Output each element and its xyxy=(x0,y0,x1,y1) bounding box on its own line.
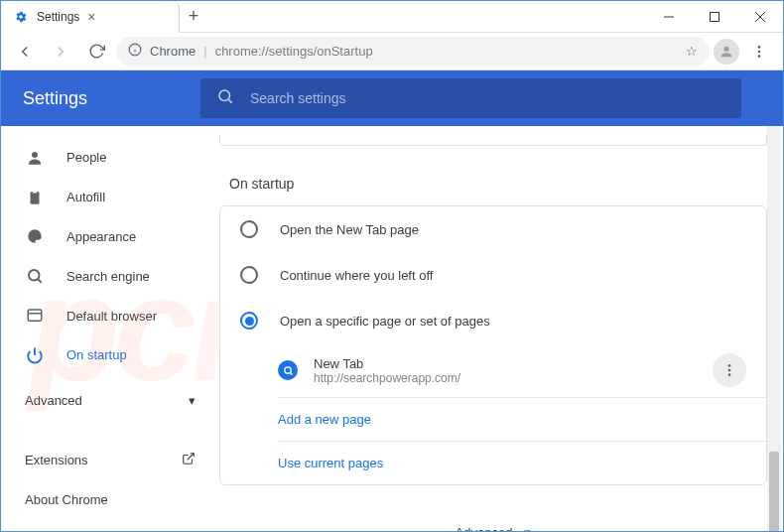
sidebar-extensions[interactable]: Extensions xyxy=(1,440,219,479)
sidebar-item-label: People xyxy=(66,150,106,165)
sidebar-item-people[interactable]: People xyxy=(1,138,219,178)
svg-rect-1 xyxy=(711,12,719,21)
vertical-scrollbar-track[interactable] xyxy=(767,126,781,531)
chevron-down-icon: ▾ xyxy=(524,525,531,531)
new-tab-button[interactable]: + xyxy=(180,6,207,27)
svg-rect-14 xyxy=(31,192,40,204)
sidebar-item-default-browser[interactable]: Default browser xyxy=(1,296,219,335)
close-tab-icon[interactable]: × xyxy=(87,9,95,25)
menu-button[interactable] xyxy=(743,36,775,67)
browser-tab[interactable]: Settings × xyxy=(1,1,180,33)
search-icon xyxy=(216,87,234,109)
previous-card-edge xyxy=(219,134,767,146)
svg-line-21 xyxy=(188,454,194,460)
external-link-icon xyxy=(182,452,196,468)
sidebar: People Autofill Appearance Search engine… xyxy=(1,126,219,531)
svg-point-16 xyxy=(29,270,40,281)
svg-point-8 xyxy=(758,46,761,49)
sidebar-item-appearance[interactable]: Appearance xyxy=(1,217,219,257)
svg-point-26 xyxy=(728,373,731,376)
forward-button[interactable] xyxy=(45,36,76,67)
page-title: Settings xyxy=(23,88,87,109)
page-favicon-icon xyxy=(278,360,298,380)
reload-button[interactable] xyxy=(80,36,112,67)
radio-continue[interactable]: Continue where you left off xyxy=(220,252,766,298)
add-new-page-link[interactable]: Add a new page xyxy=(220,398,766,441)
browser-toolbar: Chrome | chrome://settings/onStartup ☆ xyxy=(1,33,783,70)
settings-header: Settings xyxy=(1,70,783,126)
profile-avatar[interactable] xyxy=(714,39,739,65)
chevron-down-icon: ▾ xyxy=(189,393,196,408)
settings-search[interactable] xyxy=(200,78,741,118)
sidebar-item-search-engine[interactable]: Search engine xyxy=(1,256,219,296)
tab-title: Settings xyxy=(37,10,79,24)
svg-point-13 xyxy=(32,152,38,158)
palette-icon xyxy=(25,226,45,246)
section-title: On startup xyxy=(229,176,767,192)
omni-url: chrome://settings/onStartup xyxy=(215,44,373,59)
page-url: http://searchpowerapp.com/ xyxy=(314,371,697,385)
sidebar-item-on-startup[interactable]: On startup xyxy=(1,335,219,375)
svg-line-12 xyxy=(228,99,231,102)
svg-rect-15 xyxy=(33,190,38,193)
sidebar-item-label: Default browser xyxy=(66,309,157,324)
titlebar: Settings × + xyxy=(1,1,783,33)
minimize-button[interactable] xyxy=(646,1,692,33)
advanced-footer-toggle[interactable]: Advanced ▾ xyxy=(219,525,767,531)
radio-icon xyxy=(240,220,258,238)
sidebar-about-chrome[interactable]: About Chrome xyxy=(1,479,219,519)
address-bar[interactable]: Chrome | chrome://settings/onStartup ☆ xyxy=(116,37,710,66)
search-input[interactable] xyxy=(250,90,725,106)
radio-icon xyxy=(240,266,258,284)
svg-rect-18 xyxy=(28,310,42,321)
back-button[interactable] xyxy=(9,36,41,67)
sidebar-item-autofill[interactable]: Autofill xyxy=(1,178,219,217)
svg-line-17 xyxy=(38,280,41,283)
person-icon xyxy=(25,148,45,168)
gear-icon xyxy=(13,9,29,25)
radio-icon-checked xyxy=(240,312,258,330)
svg-point-9 xyxy=(758,50,761,53)
svg-point-11 xyxy=(219,90,230,101)
content-area: On startup Open the New Tab page Continu… xyxy=(219,126,783,531)
power-icon xyxy=(25,345,45,365)
omni-prefix: Chrome xyxy=(150,44,196,59)
svg-point-7 xyxy=(723,46,728,51)
sidebar-item-label: Search engine xyxy=(66,269,150,284)
use-current-pages-link[interactable]: Use current pages xyxy=(220,442,766,484)
sidebar-item-label: Appearance xyxy=(66,229,136,244)
radio-open-new-tab[interactable]: Open the New Tab page xyxy=(220,206,766,252)
close-window-button[interactable] xyxy=(737,1,783,33)
svg-point-22 xyxy=(284,366,290,372)
maximize-button[interactable] xyxy=(692,1,737,33)
page-more-button[interactable] xyxy=(713,353,746,387)
svg-point-25 xyxy=(728,369,731,372)
svg-point-10 xyxy=(758,55,761,58)
clipboard-icon xyxy=(25,188,45,207)
page-name: New Tab xyxy=(314,356,697,371)
sidebar-advanced-toggle[interactable]: Advanced ▾ xyxy=(1,381,219,421)
sidebar-item-label: On startup xyxy=(66,347,127,362)
info-icon xyxy=(128,43,142,60)
vertical-scrollbar-thumb[interactable] xyxy=(769,452,779,531)
bookmark-star-icon[interactable]: ☆ xyxy=(686,44,698,59)
sidebar-item-label: Autofill xyxy=(66,190,105,204)
radio-specific-pages[interactable]: Open a specific page or set of pages xyxy=(220,298,766,343)
search-icon xyxy=(25,266,45,286)
startup-page-row: New Tab http://searchpowerapp.com/ xyxy=(220,343,766,397)
browser-icon xyxy=(25,306,45,326)
svg-line-23 xyxy=(290,372,292,374)
startup-card: Open the New Tab page Continue where you… xyxy=(219,205,767,485)
svg-point-24 xyxy=(728,364,731,367)
